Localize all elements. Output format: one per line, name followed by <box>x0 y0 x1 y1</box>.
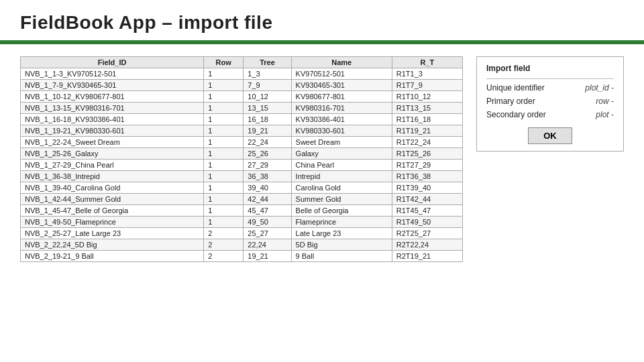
table-cell: Sweet Dream <box>291 137 392 148</box>
table-cell: R1T1_3 <box>392 68 462 80</box>
header: FieldBook App – import file <box>0 0 644 40</box>
table-cell: Summer Gold <box>291 194 392 205</box>
table-cell: 1_3 <box>244 68 291 80</box>
table-cell: 1 <box>204 68 244 80</box>
table-row: NVB_1_22-24_Sweet Dream122_24Sweet Dream… <box>21 137 463 148</box>
table-row: NVB_1_10-12_KV980677-801110_12KV980677-8… <box>21 91 463 103</box>
table-cell: KV980316-701 <box>291 103 392 114</box>
table-cell: R1T36_38 <box>392 171 462 182</box>
table-row: NVB_2_25-27_Late Large 23225_27Late Larg… <box>21 228 463 239</box>
table-cell: China Pearl <box>291 160 392 171</box>
table-cell: 7_9 <box>244 80 291 91</box>
import-table: Field_ID Row Tree Name R_T NVB_1_1-3_KV9… <box>20 56 463 262</box>
table-row: NVB_1_39-40_Carolina Gold139_40Carolina … <box>21 182 463 194</box>
table-cell: Late Large 23 <box>291 228 392 239</box>
table-cell: 25_27 <box>244 228 291 239</box>
table-row: NVB_1_16-18_KV930386-401116_18KV930386-4… <box>21 114 463 125</box>
table-cell: 1 <box>204 194 244 205</box>
table-cell: Intrepid <box>291 171 392 182</box>
main-content: Field_ID Row Tree Name R_T NVB_1_1-3_KV9… <box>0 44 644 274</box>
table-cell: 49_50 <box>244 217 291 228</box>
import-panel-field-value: row - <box>596 97 614 106</box>
table-cell: NVB_1_16-18_KV930386-401 <box>21 114 204 125</box>
table-cell: NVB_1_19-21_KV980330-601 <box>21 125 204 137</box>
table-row: NVB_1_13-15_KV980316-701113_15KV980316-7… <box>21 103 463 114</box>
table-cell: 2 <box>204 228 244 239</box>
panel-divider <box>486 78 614 79</box>
table-cell: NVB_1_7-9_KV930465-301 <box>21 80 204 91</box>
table-header-row: Field_ID Row Tree Name R_T <box>21 57 463 68</box>
table-cell: 1 <box>204 148 244 160</box>
import-panel-field-label: Unique identifier <box>486 83 545 93</box>
table-cell: 1 <box>204 80 244 91</box>
table-cell: 1 <box>204 171 244 182</box>
import-panel-field-value: plot - <box>596 110 614 119</box>
col-field-id: Field_ID <box>21 57 204 68</box>
import-panel-field-label: Secondary order <box>486 110 546 119</box>
table-cell: 9 Ball <box>291 251 392 262</box>
table-cell: NVB_1_13-15_KV980316-701 <box>21 103 204 114</box>
table-cell: 2 <box>204 239 244 251</box>
import-panel-title: Import field <box>486 64 614 73</box>
table-cell: NVB_1_10-12_KV980677-801 <box>21 91 204 103</box>
col-name: Name <box>291 57 392 68</box>
import-panel: Import field Unique identifierplot_id -P… <box>476 56 624 152</box>
table-cell: 1 <box>204 160 244 171</box>
table-cell: 1 <box>204 137 244 148</box>
table-cell: NVB_1_25-26_Galaxy <box>21 148 204 160</box>
table-cell: R1T19_21 <box>392 125 462 137</box>
table-row: NVB_1_36-38_Intrepid136_38IntrepidR1T36_… <box>21 171 463 182</box>
import-panel-field-row: Unique identifierplot_id - <box>486 83 614 93</box>
table-cell: 27_29 <box>244 160 291 171</box>
table-cell: R1T7_9 <box>392 80 462 91</box>
table-row: NVB_2_19-21_9 Ball219_219 BallR2T19_21 <box>21 251 463 262</box>
table-cell: R1T27_29 <box>392 160 462 171</box>
table-cell: R1T13_15 <box>392 103 462 114</box>
table-row: NVB_1_49-50_Flameprince149_50Flameprince… <box>21 217 463 228</box>
table-cell: KV980330-601 <box>291 125 392 137</box>
col-rt: R_T <box>392 57 462 68</box>
import-panel-field-row: Primary orderrow - <box>486 97 614 106</box>
table-cell: 1 <box>204 103 244 114</box>
table-cell: R1T42_44 <box>392 194 462 205</box>
table-cell: NVB_1_49-50_Flameprince <box>21 217 204 228</box>
table-cell: 16_18 <box>244 114 291 125</box>
table-cell: KV980677-801 <box>291 91 392 103</box>
table-cell: NVB_1_39-40_Carolina Gold <box>21 182 204 194</box>
table-cell: R2T19_21 <box>392 251 462 262</box>
table-cell: Flameprince <box>291 217 392 228</box>
table-cell: 22,24 <box>244 239 291 251</box>
table-cell: 1 <box>204 217 244 228</box>
table-cell: R1T10_12 <box>392 91 462 103</box>
table-cell: 1 <box>204 182 244 194</box>
import-panel-field-label: Primary order <box>486 97 535 106</box>
table-cell: 42_44 <box>244 194 291 205</box>
table-cell: R2T25_27 <box>392 228 462 239</box>
table-cell: 10_12 <box>244 91 291 103</box>
table-cell: KV930465-301 <box>291 80 392 91</box>
table-cell: R1T49_50 <box>392 217 462 228</box>
table-cell: Belle of Georgia <box>291 205 392 217</box>
table-cell: R1T22_24 <box>392 137 462 148</box>
import-panel-field-value: plot_id - <box>585 83 614 93</box>
table-cell: 36_38 <box>244 171 291 182</box>
table-row: NVB_1_45-47_Belle of Georgia145_47Belle … <box>21 205 463 217</box>
table-row: NVB_1_7-9_KV930465-30117_9KV930465-301R1… <box>21 80 463 91</box>
table-cell: NVB_2_25-27_Late Large 23 <box>21 228 204 239</box>
table-cell: 22_24 <box>244 137 291 148</box>
table-cell: 1 <box>204 114 244 125</box>
col-row: Row <box>204 57 244 68</box>
table-cell: NVB_1_22-24_Sweet Dream <box>21 137 204 148</box>
table-row: NVB_1_19-21_KV980330-601119_21KV980330-6… <box>21 125 463 137</box>
table-cell: 25_26 <box>244 148 291 160</box>
table-cell: NVB_1_36-38_Intrepid <box>21 171 204 182</box>
table-cell: R1T39_40 <box>392 182 462 194</box>
table-cell: NVB_2_22,24_5D Big <box>21 239 204 251</box>
table-cell: NVB_1_42-44_Summer Gold <box>21 194 204 205</box>
table-cell: NVB_2_19-21_9 Ball <box>21 251 204 262</box>
table-cell: 13_15 <box>244 103 291 114</box>
table-cell: Carolina Gold <box>291 182 392 194</box>
table-row: NVB_1_42-44_Summer Gold142_44Summer Gold… <box>21 194 463 205</box>
table-cell: KV930386-401 <box>291 114 392 125</box>
ok-button[interactable]: OK <box>528 127 572 144</box>
